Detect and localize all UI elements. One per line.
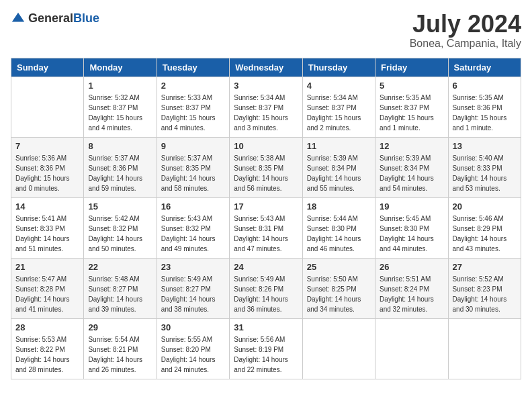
- calendar-week-row: 21Sunrise: 5:47 AMSunset: 8:28 PMDayligh…: [11, 258, 521, 318]
- calendar-cell: 22Sunrise: 5:48 AMSunset: 8:27 PMDayligh…: [84, 258, 157, 318]
- day-info: Sunrise: 5:45 AMSunset: 8:30 PMDaylight:…: [380, 214, 443, 254]
- calendar-cell: [11, 77, 84, 137]
- day-info: Sunrise: 5:47 AMSunset: 8:28 PMDaylight:…: [15, 274, 79, 314]
- day-number: 15: [88, 201, 152, 212]
- day-info: Sunrise: 5:42 AMSunset: 8:32 PMDaylight:…: [88, 214, 152, 254]
- calendar-cell: 4Sunrise: 5:34 AMSunset: 8:37 PMDaylight…: [302, 77, 375, 137]
- calendar-cell: 15Sunrise: 5:42 AMSunset: 8:32 PMDayligh…: [84, 197, 157, 258]
- day-number: 6: [453, 81, 517, 91]
- day-info: Sunrise: 5:49 AMSunset: 8:27 PMDaylight:…: [161, 274, 225, 314]
- weekday-header: Friday: [375, 58, 448, 77]
- weekday-header: Tuesday: [157, 58, 229, 77]
- calendar-cell: 12Sunrise: 5:39 AMSunset: 8:34 PMDayligh…: [375, 137, 448, 197]
- logo: GeneralBlue: [11, 11, 99, 26]
- day-info: Sunrise: 5:56 AMSunset: 8:19 PMDaylight:…: [234, 334, 298, 375]
- day-info: Sunrise: 5:46 AMSunset: 8:29 PMDaylight:…: [453, 214, 517, 254]
- calendar-cell: 9Sunrise: 5:37 AMSunset: 8:35 PMDaylight…: [157, 137, 229, 197]
- day-number: 11: [307, 141, 371, 151]
- calendar-cell: 19Sunrise: 5:45 AMSunset: 8:30 PMDayligh…: [375, 197, 448, 258]
- day-number: 16: [161, 201, 225, 212]
- day-number: 19: [380, 201, 443, 212]
- day-info: Sunrise: 5:44 AMSunset: 8:30 PMDaylight:…: [307, 214, 371, 254]
- calendar-cell: 3Sunrise: 5:34 AMSunset: 8:37 PMDaylight…: [230, 77, 302, 137]
- calendar-cell: [302, 318, 375, 379]
- day-number: 12: [380, 141, 443, 151]
- calendar-cell: 16Sunrise: 5:43 AMSunset: 8:32 PMDayligh…: [157, 197, 229, 258]
- day-number: 25: [307, 262, 371, 272]
- day-info: Sunrise: 5:48 AMSunset: 8:27 PMDaylight:…: [88, 274, 152, 314]
- weekday-header: Thursday: [302, 58, 375, 77]
- day-info: Sunrise: 5:33 AMSunset: 8:37 PMDaylight:…: [161, 93, 225, 133]
- calendar-cell: 8Sunrise: 5:37 AMSunset: 8:36 PMDaylight…: [84, 137, 157, 197]
- calendar-cell: 1Sunrise: 5:32 AMSunset: 8:37 PMDaylight…: [84, 77, 157, 137]
- day-number: 30: [161, 322, 225, 332]
- calendar-cell: 28Sunrise: 5:53 AMSunset: 8:22 PMDayligh…: [11, 318, 84, 379]
- calendar-cell: [448, 318, 521, 379]
- calendar-cell: [375, 318, 448, 379]
- day-info: Sunrise: 5:51 AMSunset: 8:24 PMDaylight:…: [380, 274, 443, 314]
- calendar-cell: 24Sunrise: 5:49 AMSunset: 8:26 PMDayligh…: [230, 258, 302, 318]
- weekday-header: Saturday: [448, 58, 521, 77]
- calendar-cell: 7Sunrise: 5:36 AMSunset: 8:36 PMDaylight…: [11, 137, 84, 197]
- location-title: Bonea, Campania, Italy: [410, 38, 521, 50]
- weekday-header: Monday: [84, 58, 157, 77]
- day-number: 28: [15, 322, 79, 332]
- calendar-table: SundayMondayTuesdayWednesdayThursdayFrid…: [11, 58, 521, 379]
- calendar-week-row: 28Sunrise: 5:53 AMSunset: 8:22 PMDayligh…: [11, 318, 521, 379]
- day-number: 4: [307, 81, 371, 91]
- day-number: 31: [234, 322, 298, 332]
- day-number: 18: [307, 201, 371, 212]
- day-info: Sunrise: 5:32 AMSunset: 8:37 PMDaylight:…: [88, 93, 152, 133]
- day-number: 21: [15, 262, 79, 272]
- calendar-cell: 5Sunrise: 5:35 AMSunset: 8:37 PMDaylight…: [375, 77, 448, 137]
- weekday-header: Wednesday: [230, 58, 302, 77]
- day-info: Sunrise: 5:38 AMSunset: 8:35 PMDaylight:…: [234, 153, 298, 193]
- calendar-week-row: 14Sunrise: 5:41 AMSunset: 8:33 PMDayligh…: [11, 197, 521, 258]
- day-info: Sunrise: 5:55 AMSunset: 8:20 PMDaylight:…: [161, 334, 225, 375]
- day-number: 8: [88, 141, 152, 151]
- day-number: 24: [234, 262, 298, 272]
- day-info: Sunrise: 5:54 AMSunset: 8:21 PMDaylight:…: [88, 334, 152, 375]
- day-number: 27: [453, 262, 517, 272]
- calendar-cell: 2Sunrise: 5:33 AMSunset: 8:37 PMDaylight…: [157, 77, 229, 137]
- calendar-cell: 27Sunrise: 5:52 AMSunset: 8:23 PMDayligh…: [448, 258, 521, 318]
- calendar-cell: 18Sunrise: 5:44 AMSunset: 8:30 PMDayligh…: [302, 197, 375, 258]
- day-info: Sunrise: 5:34 AMSunset: 8:37 PMDaylight:…: [307, 93, 371, 133]
- day-info: Sunrise: 5:39 AMSunset: 8:34 PMDaylight:…: [380, 153, 443, 193]
- day-number: 7: [15, 141, 79, 151]
- calendar-cell: 23Sunrise: 5:49 AMSunset: 8:27 PMDayligh…: [157, 258, 229, 318]
- day-info: Sunrise: 5:49 AMSunset: 8:26 PMDaylight:…: [234, 274, 298, 314]
- day-info: Sunrise: 5:43 AMSunset: 8:31 PMDaylight:…: [234, 214, 298, 254]
- logo-text: GeneralBlue: [28, 11, 99, 26]
- day-info: Sunrise: 5:52 AMSunset: 8:23 PMDaylight:…: [453, 274, 517, 314]
- calendar-cell: 17Sunrise: 5:43 AMSunset: 8:31 PMDayligh…: [230, 197, 302, 258]
- logo-icon: [11, 11, 26, 26]
- day-info: Sunrise: 5:35 AMSunset: 8:37 PMDaylight:…: [380, 93, 443, 133]
- day-info: Sunrise: 5:50 AMSunset: 8:25 PMDaylight:…: [307, 274, 371, 314]
- calendar-cell: 13Sunrise: 5:40 AMSunset: 8:33 PMDayligh…: [448, 137, 521, 197]
- weekday-header: Sunday: [11, 58, 84, 77]
- calendar-cell: 21Sunrise: 5:47 AMSunset: 8:28 PMDayligh…: [11, 258, 84, 318]
- day-number: 23: [161, 262, 225, 272]
- calendar-cell: 29Sunrise: 5:54 AMSunset: 8:21 PMDayligh…: [84, 318, 157, 379]
- day-number: 22: [88, 262, 152, 272]
- day-number: 13: [453, 141, 517, 151]
- day-number: 3: [234, 81, 298, 91]
- calendar-cell: 6Sunrise: 5:35 AMSunset: 8:36 PMDaylight…: [448, 77, 521, 137]
- day-number: 26: [380, 262, 443, 272]
- svg-marker-0: [12, 13, 24, 22]
- day-number: 17: [234, 201, 298, 212]
- day-info: Sunrise: 5:39 AMSunset: 8:34 PMDaylight:…: [307, 153, 371, 193]
- day-number: 10: [234, 141, 298, 151]
- day-number: 1: [88, 81, 152, 91]
- day-info: Sunrise: 5:36 AMSunset: 8:36 PMDaylight:…: [15, 153, 79, 193]
- calendar-cell: 25Sunrise: 5:50 AMSunset: 8:25 PMDayligh…: [302, 258, 375, 318]
- page-header: GeneralBlue July 2024 Bonea, Campania, I…: [11, 11, 521, 50]
- day-number: 9: [161, 141, 225, 151]
- calendar-week-row: 1Sunrise: 5:32 AMSunset: 8:37 PMDaylight…: [11, 77, 521, 137]
- calendar-cell: 14Sunrise: 5:41 AMSunset: 8:33 PMDayligh…: [11, 197, 84, 258]
- day-number: 2: [161, 81, 225, 91]
- title-block: July 2024 Bonea, Campania, Italy: [410, 11, 521, 50]
- calendar-cell: 26Sunrise: 5:51 AMSunset: 8:24 PMDayligh…: [375, 258, 448, 318]
- day-info: Sunrise: 5:43 AMSunset: 8:32 PMDaylight:…: [161, 214, 225, 254]
